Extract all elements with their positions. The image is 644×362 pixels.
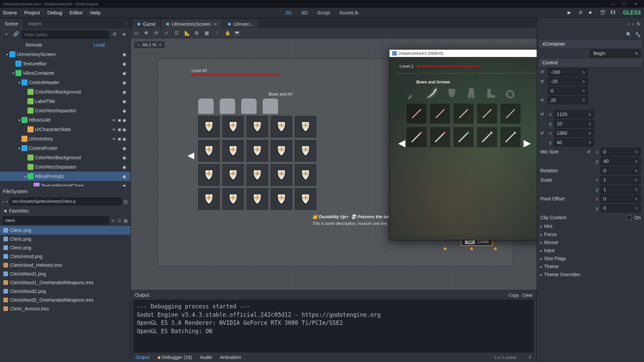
item-slot-arrow[interactable]	[430, 127, 450, 147]
view-grid-icon[interactable]: ▦	[123, 218, 128, 223]
select-tool-icon[interactable]: ▭	[134, 30, 141, 37]
list-tool-icon[interactable]: ☰	[174, 30, 181, 37]
play-icon[interactable]: ▶	[568, 10, 574, 16]
menu-scene[interactable]: Scene	[3, 10, 17, 15]
game-nav-right-icon[interactable]: ▶	[524, 137, 531, 148]
lock-icon[interactable]: 🔒	[225, 30, 231, 37]
file-row[interactable]: Cleric.png	[0, 235, 130, 243]
clear-filter-icon[interactable]: ⊘	[111, 31, 118, 39]
filesystem-path-input[interactable]	[10, 197, 121, 205]
bottom-tab-output[interactable]: Output	[136, 355, 150, 360]
inspector-value[interactable]: 20⇅	[548, 96, 588, 104]
path-split-icon[interactable]: ▥	[123, 199, 128, 204]
tree-node-controlheader[interactable]: ▾ControlHeader◉	[0, 78, 130, 87]
inspector-scale-x[interactable]: 1⇅	[600, 176, 641, 184]
group-icon[interactable]: ▣	[118, 127, 122, 132]
bottom-tab-audio[interactable]: Audio	[200, 355, 212, 360]
group-icon[interactable]: ▣	[118, 137, 122, 141]
item-slot-bow[interactable]	[453, 103, 474, 124]
signals-icon[interactable]: ≋	[112, 137, 117, 141]
inspector-pivot-y[interactable]: 0⇅	[600, 204, 641, 212]
attach-script-icon[interactable]: ≣	[120, 31, 128, 39]
dock-menu-icon[interactable]: ⋮	[122, 19, 130, 28]
inspector-group-input[interactable]: ▸Input	[537, 246, 644, 254]
workspace-script[interactable]: Script	[317, 10, 330, 15]
tree-node-colorrectseparator[interactable]: ColorRectSeparator◉	[0, 162, 130, 172]
visibility-icon[interactable]: ◉	[122, 108, 128, 113]
inspector-group-mouse[interactable]: ▸Mouse	[537, 238, 644, 246]
menu-project[interactable]: Project	[24, 10, 40, 15]
file-row[interactable]: ClericWand1_OneHandedWeapons.tres	[0, 278, 130, 287]
visibility-icon[interactable]: ◉	[122, 174, 128, 179]
game-category-row[interactable]	[406, 86, 517, 100]
stop-icon[interactable]: ■	[589, 10, 595, 16]
item-slot-arrow[interactable]	[477, 127, 497, 147]
item-slot-bow[interactable]	[500, 103, 521, 124]
reset-icon[interactable]: ↺	[540, 112, 546, 117]
inspector-value[interactable]: -160⇅	[548, 68, 588, 76]
output-copy-button[interactable]: Copy	[509, 293, 519, 298]
play-scene-icon[interactable]: 🎬	[600, 10, 606, 16]
path-fwd-icon[interactable]: ›	[6, 199, 8, 204]
file-row[interactable]: Cleric.png	[0, 226, 130, 235]
bottom-tab-debugger[interactable]: Debugger (18)	[158, 355, 192, 360]
scene-tab-extra[interactable]: UIInven...	[223, 20, 258, 28]
scene-tree[interactable]: ▾UIInventoryScreen◉TextureBlur◉▾VBoxCont…	[0, 49, 130, 186]
tree-node-colorrectseparator[interactable]: ColorRectSeparator◉	[0, 106, 130, 115]
rotate-tool-icon[interactable]: ⟳	[154, 30, 161, 37]
zoom-in-icon[interactable]: +	[159, 42, 162, 47]
pause-icon[interactable]: ⏸	[578, 10, 584, 16]
remote-tab[interactable]: Remote	[26, 42, 42, 48]
cat-sword-icon[interactable]	[406, 86, 420, 100]
tree-node-hboxprompts[interactable]: ▾HBoxPrompts◉	[0, 172, 130, 181]
inspector-rect-x[interactable]: 1120⇅	[554, 110, 594, 118]
item-slot-arrow[interactable]	[406, 127, 427, 147]
snap-opts-icon[interactable]: ⋮	[215, 30, 221, 37]
add-node-icon[interactable]: ＋	[3, 31, 10, 39]
inspector-rotation[interactable]: 0⇅	[600, 167, 641, 175]
move-tool-icon[interactable]: ✥	[144, 30, 151, 37]
filter-nodes-input[interactable]	[21, 31, 109, 39]
inspector-history-icon[interactable]: ↻	[637, 21, 641, 26]
menu-help[interactable]: Help	[90, 10, 101, 15]
scene-tab-game[interactable]: Game	[133, 20, 160, 28]
instance-icon[interactable]: 🔗	[12, 31, 19, 39]
reset-icon[interactable]: ↺	[540, 98, 546, 103]
debug-game-body[interactable]: Level 1 Inventory 0 Bows and Arrows	[389, 57, 537, 240]
game-nav-left-icon[interactable]: ◀	[398, 137, 406, 148]
file-row[interactable]: ClericWand2_OneHandedWeapons.tres	[0, 296, 130, 304]
zoom-indicator[interactable]: – 84.1 % +	[134, 41, 165, 48]
inspector-control-header[interactable]: Control	[539, 59, 642, 67]
close-icon[interactable]: ✕	[630, 2, 641, 6]
inspector-scale-y[interactable]: 1⇅	[600, 185, 641, 193]
tree-node-uiinventory[interactable]: UIInventory≋▣◉	[0, 134, 130, 143]
tree-node-textureblur[interactable]: TextureBlur◉	[0, 59, 130, 68]
menu-editor[interactable]: Editor	[69, 10, 83, 15]
renderer-badge[interactable]: GLES3	[623, 10, 641, 16]
signals-icon[interactable]: ≋	[112, 118, 117, 122]
tab-scene[interactable]: Scene	[0, 19, 23, 28]
output-log[interactable]: --- Debugging process started --- Godot …	[133, 300, 534, 353]
tree-node-uiinventoryscreen[interactable]: ▾UIInventoryScreen◉	[0, 50, 130, 59]
item-slot-bow[interactable]	[406, 103, 427, 124]
visibility-icon[interactable]: ◉	[122, 52, 128, 57]
inspector-group-theme[interactable]: ▸Theme	[537, 262, 644, 270]
tree-node-colorrectbackground[interactable]: ColorRectBackground◉	[0, 87, 130, 97]
menu-debug[interactable]: Debug	[47, 10, 62, 15]
inspector-rect-y[interactable]: 10⇅	[554, 120, 594, 128]
cat-pants-icon[interactable]	[465, 86, 478, 100]
workspace-assetlib[interactable]: AssetLib	[339, 10, 359, 15]
file-row[interactable]: Cleric_Armors.tres	[0, 304, 130, 313]
filesystem-search-input[interactable]	[3, 216, 109, 225]
snap-icon[interactable]: ⊞	[195, 30, 201, 37]
file-row[interactable]: ClericHood_Helmets.tres	[0, 261, 130, 269]
bottom-tab-animation[interactable]: Animation	[220, 355, 241, 360]
visibility-icon[interactable]: ◉	[122, 127, 128, 132]
cat-boots-icon[interactable]	[484, 86, 497, 100]
item-slot-bow[interactable]	[430, 103, 450, 124]
inspector-group-size-flags[interactable]: ▸Size Flags	[537, 254, 644, 262]
canvas-viewport[interactable]: – 84.1 % + Level 45 Bows and Arr ◀ 👑 Dur…	[131, 39, 537, 290]
cat-armor-icon[interactable]	[445, 86, 459, 100]
inspector-rect-h[interactable]: 40⇅	[554, 138, 594, 146]
game-item-grid[interactable]	[406, 103, 521, 147]
